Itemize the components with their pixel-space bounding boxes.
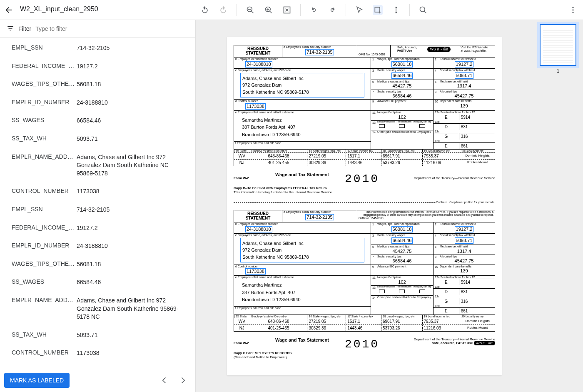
field-key: SS_TAX_WH [12,135,77,143]
field-value: 19127.2 [77,62,184,71]
field-value: 5093.71 [77,135,184,143]
field-key: EMPLR_NAME_ADDRESS [12,297,77,321]
field-row[interactable]: SS_WAGES66584.46 [0,273,195,292]
toolbar [196,4,583,16]
field-key: SS_WAGES [12,117,77,125]
field-row[interactable]: EMPLR_ID_NUMBER24-3188810 [0,94,195,112]
fit-icon[interactable] [282,5,292,15]
rotate-right-icon[interactable] [327,5,337,15]
field-key: FEDERAL_INCOME_TAX_W... [12,62,77,71]
filter-label: Filter [18,25,31,32]
field-key: FEDERAL_INCOME_TAX_W... [12,224,77,232]
svg-point-4 [420,7,425,12]
svg-point-6 [572,9,573,10]
field-key: CONTROL_NUMBER [12,187,77,196]
field-value: 5093.71 [77,331,184,340]
page-number: 1 [537,68,579,74]
field-key: SS_WAGES [12,278,77,287]
field-value: 56081.18 [77,80,184,89]
next-button[interactable] [179,376,187,385]
pointer-tool-icon[interactable] [354,5,364,15]
field-row[interactable]: CONTROL_NUMBER1173038 [0,344,195,362]
document-preview[interactable]: REISSUED STATEMENT a Employee's social s… [227,37,502,375]
field-row[interactable]: EMPL_SSN714-32-2105 [0,39,195,57]
doc-title: W2_XL_input_clean_2950 [20,5,98,14]
field-row[interactable]: SS_TAX_WH5093.71 [0,130,195,148]
redo-icon[interactable] [218,5,228,15]
field-row[interactable]: WAGES_TIPS_OTHER_CO...56081.18 [0,75,195,94]
field-row[interactable]: SS_TAX_WH5093.71 [0,326,195,345]
field-value: 714-32-2105 [77,44,184,52]
field-key: CONTROL_NUMBER [12,349,77,357]
filter-icon[interactable] [7,25,14,32]
prev-button[interactable] [160,376,169,385]
field-row[interactable]: EMPLR_ID_NUMBER24-3188810 [0,237,195,255]
field-value: 66584.46 [77,278,184,287]
field-key: EMPLR_NAME_ADDRESS [12,153,77,178]
back-button[interactable] [4,5,13,15]
field-value: 24-3188810 [77,242,184,250]
field-row[interactable]: CONTROL_NUMBER1173038 [0,182,195,201]
field-list: EMPL_SSN714-32-2105FEDERAL_INCOME_TAX_W.… [0,37,195,368]
field-row[interactable]: FEDERAL_INCOME_TAX_W...19127.2 [0,57,195,76]
search-icon[interactable] [418,5,428,15]
field-key: WAGES_TIPS_OTHER_CO... [12,80,77,89]
text-cursor-icon[interactable] [391,5,401,15]
field-row[interactable]: EMPLR_NAME_ADDRESSAdams, Chase and Gilbe… [0,292,195,326]
field-key: EMPLR_ID_NUMBER [12,242,77,250]
undo-icon[interactable] [200,5,210,15]
svg-point-7 [572,12,573,13]
field-row[interactable]: EMPL_SSN714-32-2105 [0,201,195,219]
page-thumbnail[interactable] [540,24,576,66]
field-value: 19127.2 [77,224,184,232]
field-key: EMPLR_ID_NUMBER [12,99,77,107]
field-row[interactable]: EMPLR_NAME_ADDRESSAdams, Chase and Gilbe… [0,148,195,183]
field-key: SS_TAX_WH [12,331,77,340]
field-row[interactable]: SS_WAGES66584.46 [0,112,195,130]
field-value: Adams, Chase and Gilbert Inc 972 Gonzale… [77,297,184,321]
field-value: 56081.18 [77,260,184,269]
field-value: Adams, Chase and Gilbert Inc 972 Gonzale… [77,153,184,178]
zoom-out-icon[interactable] [245,5,255,15]
field-value: 714-32-2105 [77,206,184,214]
field-value: 1173038 [77,187,184,196]
mark-as-labeled-button[interactable]: MARK AS LABELED [4,373,70,388]
field-value: 24-3188810 [77,99,184,107]
field-key: EMPL_SSN [12,206,77,214]
filter-input[interactable] [35,25,189,32]
field-value: 66584.46 [77,117,184,125]
field-key: WAGES_TIPS_OTHER_CO... [12,260,77,269]
rotate-left-icon[interactable] [309,5,319,15]
svg-point-5 [572,7,573,8]
field-value: 1173038 [77,349,184,357]
more-icon[interactable] [568,5,578,15]
svg-rect-3 [375,7,380,12]
zoom-in-icon[interactable] [264,5,274,15]
box-tool-icon[interactable] [373,5,383,15]
field-row[interactable]: FEDERAL_INCOME_TAX_W...19127.2 [0,219,195,237]
field-row[interactable]: WAGES_TIPS_OTHER_CO...56081.18 [0,255,195,274]
field-key: EMPL_SSN [12,44,77,52]
